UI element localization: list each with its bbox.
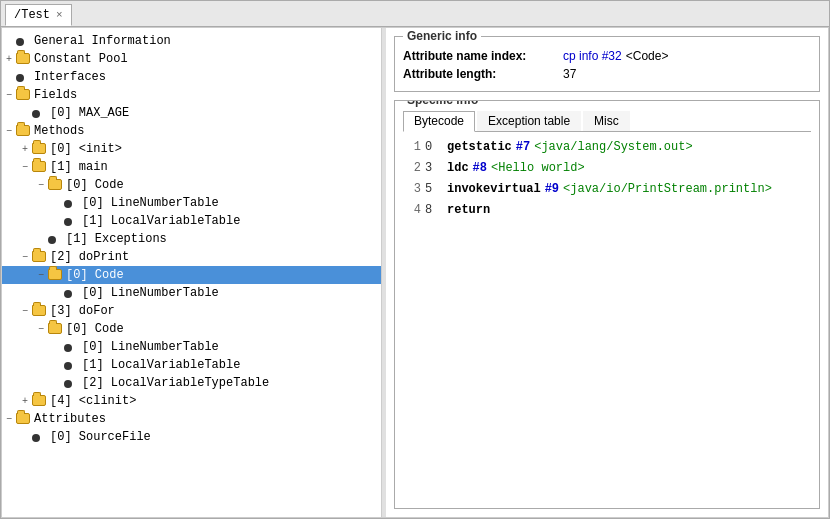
- folder-icon: [32, 250, 48, 264]
- attr-name-extra: <Code>: [626, 49, 669, 63]
- node-label: [0] Code: [66, 268, 124, 282]
- inner-tab-misc[interactable]: Misc: [583, 111, 630, 131]
- expand-button[interactable]: −: [2, 412, 16, 426]
- tree-node-fields[interactable]: −Fields: [2, 86, 381, 104]
- bullet-icon: [64, 286, 80, 300]
- tree-node-attributes[interactable]: −Attributes: [2, 410, 381, 428]
- node-label: [2] doPrint: [50, 250, 129, 264]
- folder-icon: [16, 124, 32, 138]
- expand-button[interactable]: −: [18, 304, 32, 318]
- bullet-icon: [64, 214, 80, 228]
- expand-button[interactable]: +: [18, 142, 32, 156]
- tree-node-general-info[interactable]: General Information: [2, 32, 381, 50]
- tab-bar: /Test ×: [1, 1, 829, 27]
- node-label: Attributes: [34, 412, 106, 426]
- generic-info-title: Generic info: [403, 29, 481, 43]
- bytecode-line: 48return: [403, 201, 811, 219]
- tree-node-interfaces[interactable]: Interfaces: [2, 68, 381, 86]
- bc-line-num: 1: [403, 138, 421, 156]
- main-content: General Information+Constant PoolInterfa…: [1, 27, 829, 518]
- attr-name-label: Attribute name index:: [403, 49, 563, 63]
- tree-node-main-exceptions[interactable]: [1] Exceptions: [2, 230, 381, 248]
- attr-length-label: Attribute length:: [403, 67, 563, 81]
- tree-node-doprint-code[interactable]: −[0] Code: [2, 266, 381, 284]
- tab-close-button[interactable]: ×: [56, 9, 63, 21]
- bc-ref-link[interactable]: #8: [473, 159, 487, 177]
- expand-button[interactable]: −: [34, 322, 48, 336]
- node-label: [2] LocalVariableTypeTable: [82, 376, 269, 390]
- expand-button[interactable]: +: [18, 394, 32, 408]
- node-label: [0] Code: [66, 178, 124, 192]
- node-label: [0] MAX_AGE: [50, 106, 129, 120]
- expand-button[interactable]: −: [34, 178, 48, 192]
- folder-icon: [32, 394, 48, 408]
- folder-icon: [48, 178, 64, 192]
- folder-icon: [32, 142, 48, 156]
- tab-test[interactable]: /Test ×: [5, 4, 72, 26]
- folder-icon: [32, 160, 48, 174]
- folder-icon: [16, 412, 32, 426]
- inner-tabs-row: BytecodeException tableMisc: [403, 111, 811, 132]
- tree-node-constant-pool[interactable]: +Constant Pool: [2, 50, 381, 68]
- bc-ref-link[interactable]: #7: [516, 138, 530, 156]
- inner-tab-bytecode[interactable]: Bytecode: [403, 111, 475, 132]
- bc-opcode: ldc: [447, 159, 469, 177]
- bc-offset: 5: [425, 180, 443, 198]
- bc-offset: 3: [425, 159, 443, 177]
- right-panel: Generic info Attribute name index: cp in…: [386, 28, 828, 517]
- bc-opcode: getstatic: [447, 138, 512, 156]
- node-label: [3] doFor: [50, 304, 115, 318]
- tree-node-methods[interactable]: −Methods: [2, 122, 381, 140]
- bytecode-line: 35invokevirtual#9<java/io/PrintStream.pr…: [403, 180, 811, 198]
- tree-node-fields-max-age[interactable]: [0] MAX_AGE: [2, 104, 381, 122]
- attr-name-row: Attribute name index: cp info #32 <Code>: [403, 49, 811, 63]
- expand-button[interactable]: −: [18, 250, 32, 264]
- attr-length-row: Attribute length: 37: [403, 67, 811, 81]
- tree-node-methods-init[interactable]: +[0] <init>: [2, 140, 381, 158]
- bc-line-num: 2: [403, 159, 421, 177]
- bullet-icon: [64, 358, 80, 372]
- tree-node-doprint-code-linenumber[interactable]: [0] LineNumberTable: [2, 284, 381, 302]
- node-label: [0] Code: [66, 322, 124, 336]
- tree-node-dofor-code[interactable]: −[0] Code: [2, 320, 381, 338]
- bytecode-content: 10getstatic#7<java/lang/System.out>23ldc…: [403, 138, 811, 502]
- node-label: Methods: [34, 124, 84, 138]
- node-label: [4] <clinit>: [50, 394, 136, 408]
- bc-desc: <java/io/PrintStream.println>: [563, 180, 772, 198]
- tree-node-methods-doprint[interactable]: −[2] doPrint: [2, 248, 381, 266]
- node-label: [1] LocalVariableTable: [82, 358, 240, 372]
- node-label: [0] SourceFile: [50, 430, 151, 444]
- tree-node-dofor-localvar[interactable]: [1] LocalVariableTable: [2, 356, 381, 374]
- bc-line-num: 4: [403, 201, 421, 219]
- tree-node-methods-dofor[interactable]: −[3] doFor: [2, 302, 381, 320]
- folder-icon: [32, 304, 48, 318]
- bullet-icon: [32, 430, 48, 444]
- node-label: Constant Pool: [34, 52, 128, 66]
- tree-node-dofor-localvartype[interactable]: [2] LocalVariableTypeTable: [2, 374, 381, 392]
- expand-button[interactable]: −: [2, 124, 16, 138]
- expand-button[interactable]: −: [18, 160, 32, 174]
- bc-opcode: invokevirtual: [447, 180, 541, 198]
- bc-offset: 0: [425, 138, 443, 156]
- node-label: [0] <init>: [50, 142, 122, 156]
- bytecode-line: 23ldc#8<Hello world>: [403, 159, 811, 177]
- node-label: General Information: [34, 34, 171, 48]
- inner-tab-exception-table[interactable]: Exception table: [477, 111, 581, 131]
- bc-ref-link[interactable]: #9: [545, 180, 559, 198]
- attr-name-link[interactable]: cp info #32: [563, 49, 622, 63]
- tree-node-code-linenumber[interactable]: [0] LineNumberTable: [2, 194, 381, 212]
- attr-length-value: 37: [563, 67, 576, 81]
- node-label: [0] LineNumberTable: [82, 286, 219, 300]
- tree-node-dofor-linenumber[interactable]: [0] LineNumberTable: [2, 338, 381, 356]
- tree-node-methods-main[interactable]: −[1] main: [2, 158, 381, 176]
- expand-button[interactable]: +: [2, 52, 16, 66]
- tree-node-attr-sourcefile[interactable]: [0] SourceFile: [2, 428, 381, 446]
- tree-node-main-code[interactable]: −[0] Code: [2, 176, 381, 194]
- tree-node-methods-clinit[interactable]: +[4] <clinit>: [2, 392, 381, 410]
- bullet-icon: [48, 232, 64, 246]
- expand-button[interactable]: −: [34, 268, 48, 282]
- bullet-icon: [16, 34, 32, 48]
- specific-info-section: Specific info BytecodeException tableMis…: [394, 100, 820, 509]
- tree-node-code-localvar[interactable]: [1] LocalVariableTable: [2, 212, 381, 230]
- expand-button[interactable]: −: [2, 88, 16, 102]
